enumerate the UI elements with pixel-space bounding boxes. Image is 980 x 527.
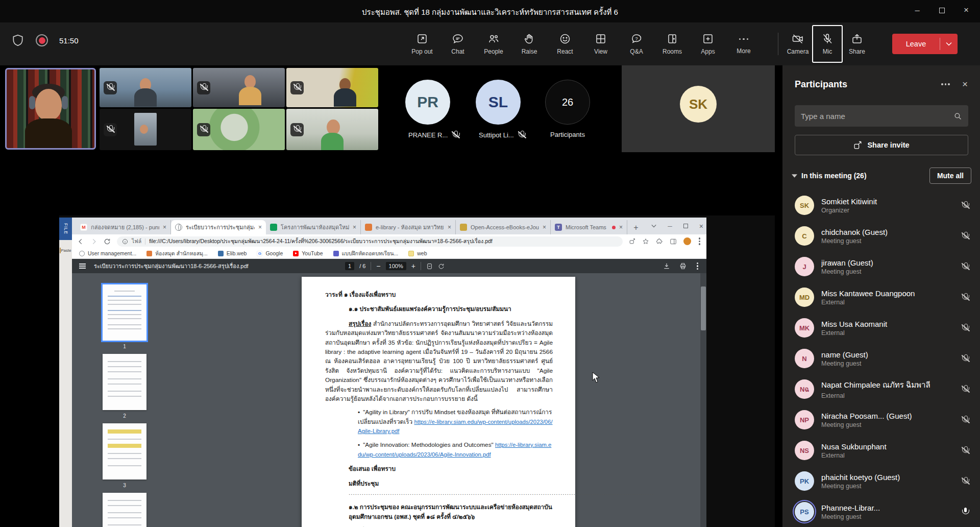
tab-close-icon[interactable]: × <box>163 224 166 231</box>
close-window-button[interactable]: × <box>954 0 978 20</box>
pdf-more-icon[interactable] <box>696 261 700 271</box>
profile-avatar[interactable] <box>683 237 691 245</box>
back-icon[interactable] <box>77 238 84 245</box>
rooms-button[interactable]: Rooms <box>654 26 690 62</box>
mic-off-icon[interactable] <box>960 293 971 302</box>
page-thumbnail-4[interactable] <box>103 493 146 527</box>
panel-close-icon[interactable]: × <box>954 77 972 92</box>
page-thumbnail-2[interactable] <box>103 354 146 410</box>
browser-minimize-icon[interactable]: ─ <box>668 223 672 230</box>
mic-on-icon[interactable] <box>960 508 971 516</box>
mic-off-icon[interactable] <box>960 354 971 363</box>
qa-button[interactable]: ? Q&A <box>619 26 654 62</box>
browser-tab[interactable]: T Microsoft Teams × <box>551 220 627 234</box>
tab-close-icon[interactable]: × <box>448 224 451 231</box>
minimize-button[interactable]: ─ <box>905 0 929 20</box>
download-icon[interactable] <box>663 262 670 270</box>
maximize-button[interactable] <box>930 0 953 20</box>
browser-close-icon[interactable]: × <box>699 222 703 230</box>
browser-tab[interactable]: M กล่องจดหมาย (2,185) - punnee.je × <box>76 220 171 234</box>
avatar[interactable]: PR <box>405 80 450 125</box>
chat-button[interactable]: Chat <box>440 26 476 62</box>
tab-search-chevron-icon[interactable] <box>651 224 656 228</box>
participant-row[interactable]: PK phaichit koetyo (Guest)Meeting guest <box>782 466 980 496</box>
participant-row[interactable]: NP Niracha Poosam... (Guest)Meeting gues… <box>782 404 980 435</box>
tab-close-icon[interactable]: × <box>258 224 262 231</box>
people-button[interactable]: People <box>476 26 511 62</box>
scrollbar-thumb[interactable] <box>701 286 706 330</box>
participants-count-tile[interactable]: 26 <box>545 80 590 125</box>
video-tile[interactable] <box>193 109 285 150</box>
bookmark-item[interactable]: YouTube <box>293 250 323 256</box>
new-tab-button[interactable]: + <box>629 221 643 234</box>
mic-off-icon[interactable] <box>960 201 971 210</box>
page-thumbnail-3[interactable] <box>103 423 146 480</box>
apps-button[interactable]: Apps <box>690 26 726 62</box>
video-tile[interactable] <box>286 109 378 150</box>
leave-options-chevron-icon[interactable] <box>940 42 958 46</box>
avatar[interactable]: SL <box>476 80 521 125</box>
pdf-menu-icon[interactable] <box>79 264 86 269</box>
participant-row[interactable]: MD Miss Kantawee DuangpoonExternal <box>782 282 980 313</box>
video-tile[interactable] <box>100 109 191 150</box>
mic-off-icon[interactable] <box>960 477 971 486</box>
side-panel-icon[interactable] <box>670 238 677 245</box>
participant-row[interactable]: Nฉ Napat Chimpalee ณภัทร ฉิมพาลีExternal <box>782 374 980 404</box>
mic-off-icon[interactable] <box>960 232 971 241</box>
share-page-icon[interactable] <box>629 238 635 245</box>
mute-all-button[interactable]: Mute all <box>929 167 971 184</box>
url-input[interactable]: ไฟล์ file:///C:/Users/library/Desktop/ปร… <box>117 236 623 247</box>
mic-button[interactable]: Mic <box>813 26 842 62</box>
panel-more-icon[interactable] <box>937 79 954 89</box>
mic-off-icon[interactable] <box>960 446 971 455</box>
zoom-out-button[interactable]: − <box>376 262 380 270</box>
browser-tab[interactable]: e-library - ห้องสมุด มหาวิทยาลัยส × <box>361 220 456 234</box>
fit-page-icon[interactable] <box>426 263 433 270</box>
participant-row[interactable]: PS Phannee-Librar...Meeting guest <box>782 496 980 527</box>
page-thumbnail-1[interactable] <box>103 284 146 341</box>
bookmark-item[interactable]: web <box>408 250 427 256</box>
react-button[interactable]: React <box>547 26 583 62</box>
tab-close-icon[interactable]: × <box>353 224 356 231</box>
raise-hand-button[interactable]: Raise <box>511 26 547 62</box>
video-tile[interactable] <box>100 68 191 107</box>
zoom-in-button[interactable]: + <box>411 262 415 270</box>
participant-row[interactable]: C chidchanok (Guest)Meeting guest <box>782 221 980 251</box>
mic-off-icon[interactable] <box>960 262 971 271</box>
participant-row[interactable]: NS Nusa SukbunphantExternal <box>782 435 980 466</box>
bookmark-item[interactable]: ห้องสมุด สำนักหอสมุ... <box>146 249 208 258</box>
pdf-scrollbar[interactable] <box>700 273 706 527</box>
mic-off-icon[interactable] <box>960 416 971 424</box>
participant-row[interactable]: SK Somkiet KitiwinitOrganizer <box>782 190 980 221</box>
print-icon[interactable] <box>679 262 687 270</box>
forward-icon[interactable] <box>90 238 97 245</box>
browser-tab[interactable]: Open-Access-eBooks-eJournals × <box>456 220 551 234</box>
video-tile[interactable] <box>193 68 285 107</box>
bookmark-item[interactable]: แบบฝึกหัดถอดบทเรียน... <box>333 249 399 258</box>
video-tile-sk[interactable]: SK <box>622 65 775 152</box>
section-chevron-icon[interactable] <box>792 174 797 178</box>
more-button[interactable]: More <box>726 26 762 62</box>
bookmark-item[interactable]: GGoogle <box>257 250 283 256</box>
leave-button[interactable]: Leave <box>892 34 958 54</box>
browser-tab-active[interactable]: ระเบียบวาระการประชุมกลุ่มงานพัฒนา × <box>171 220 266 234</box>
mic-off-icon[interactable] <box>960 385 971 394</box>
view-button[interactable]: View <box>583 26 619 62</box>
rotate-icon[interactable] <box>438 263 445 270</box>
share-button[interactable]: Share <box>842 26 872 62</box>
browser-maximize-icon[interactable] <box>683 224 688 228</box>
video-tile-active-speaker[interactable] <box>5 68 96 150</box>
tab-close-icon[interactable]: × <box>619 224 623 231</box>
reload-icon[interactable] <box>104 238 111 245</box>
info-icon[interactable] <box>122 238 128 245</box>
popout-button[interactable]: Pop out <box>404 26 440 62</box>
extensions-icon[interactable] <box>656 238 663 245</box>
video-tile[interactable] <box>286 68 378 107</box>
bookmark-star-icon[interactable] <box>642 238 649 245</box>
participant-row[interactable]: J jirawan (Guest)Meeting guest <box>782 251 980 282</box>
participant-row[interactable]: MK Miss Usa KaomanitExternal <box>782 313 980 343</box>
participant-row[interactable]: N name (Guest)Meeting guest <box>782 343 980 374</box>
browser-menu-icon[interactable] <box>698 236 702 246</box>
bookmark-item[interactable]: User management... <box>79 250 136 256</box>
share-invite-button[interactable]: Share invite <box>795 135 968 155</box>
